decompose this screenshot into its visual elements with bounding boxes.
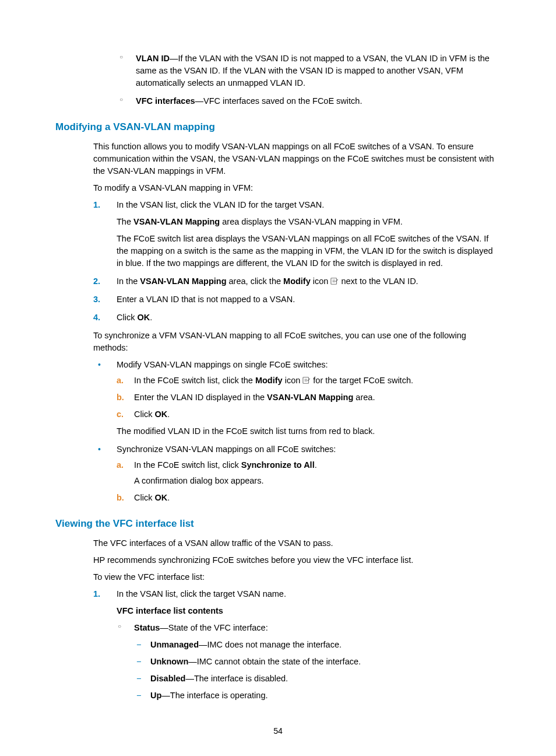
modify-icon xyxy=(330,277,339,285)
states-list: Unmanaged—IMC does not manage the interf… xyxy=(134,639,501,702)
method-all: Synchronize VSAN-VLAN mappings on all FC… xyxy=(93,443,501,504)
step-sub: The FCoE switch list area displays the V… xyxy=(117,233,501,270)
paragraph: HP recommends synchronizing FCoE switche… xyxy=(93,554,501,566)
contents-head: VFC interface list contents xyxy=(117,605,501,617)
sync-methods: Modify VSAN-VLAN mappings on single FCoE… xyxy=(93,359,501,504)
substep-a: a. In the FCoE switch list, click Synchr… xyxy=(117,459,501,487)
step-marker: 3. xyxy=(93,293,100,306)
text: —VFC interfaces saved on the FCoE switch… xyxy=(195,96,363,106)
paragraph: The VFC interfaces of a VSAN allow traff… xyxy=(93,537,501,550)
step-2: 2. In the VSAN-VLAN Mapping area, click … xyxy=(93,275,501,288)
paragraph: This function allows you to modify VSAN-… xyxy=(93,141,501,177)
substep-note: A confirmation dialog box appears. xyxy=(134,475,501,487)
step-1: 1. In the VSAN list, click the target VS… xyxy=(93,588,501,702)
method-footer: The modified VLAN ID in the FCoE switch … xyxy=(117,425,501,438)
step-sub: The VSAN-VLAN Mapping area displays the … xyxy=(117,216,501,228)
step-3: 3. Enter a VLAN ID that is not mapped to… xyxy=(93,293,501,306)
state-unknown: Unknown—IMC cannot obtain the state of t… xyxy=(134,656,501,668)
substep-a: a. In the FCoE switch list, click the Mo… xyxy=(117,374,501,387)
paragraph: To view the VFC interface list: xyxy=(93,571,501,583)
step-text: In the VSAN list, click the VLAN ID for … xyxy=(117,200,324,209)
state-up: Up—The interface is operating. xyxy=(134,690,501,702)
heading-modifying: Modifying a VSAN-VLAN mapping xyxy=(55,120,501,135)
step-4: 4. Click OK. xyxy=(93,312,501,324)
lead: Modify VSAN-VLAN mappings on single FCoE… xyxy=(117,360,328,369)
lead: Synchronize VSAN-VLAN mappings on all FC… xyxy=(117,444,336,454)
state-disabled: Disabled—The interface is disabled. xyxy=(134,673,501,685)
intro-bullets: VLAN ID—If the VLAN with the VSAN ID is … xyxy=(118,52,501,107)
bullet-vlan-id: VLAN ID—If the VLAN with the VSAN ID is … xyxy=(118,52,501,89)
step-text: Enter a VLAN ID that is not mapped to a … xyxy=(117,295,295,304)
substep-b: b. Enter the VLAN ID displayed in the VS… xyxy=(117,391,501,404)
method-all-steps: a. In the FCoE switch list, click Synchr… xyxy=(117,459,501,504)
term: VLAN ID xyxy=(136,54,170,63)
modify-steps: 1. In the VSAN list, click the VLAN ID f… xyxy=(93,199,501,324)
paragraph: To synchronize a VFM VSAN-VLAN mapping t… xyxy=(93,330,501,354)
substep-b: b. Click OK. xyxy=(117,492,501,504)
bullet-vfc-interfaces: VFC interfaces—VFC interfaces saved on t… xyxy=(118,95,501,107)
heading-viewing: Viewing the VFC interface list xyxy=(55,517,501,531)
text: —If the VLAN with the VSAN ID is not map… xyxy=(136,54,490,88)
page-number: 54 xyxy=(55,725,501,737)
paragraph: To modify a VSAN-VLAN mapping in VFM: xyxy=(93,182,501,194)
view-steps: 1. In the VSAN list, click the target VS… xyxy=(93,588,501,702)
viewing-body: The VFC interfaces of a VSAN allow traff… xyxy=(93,537,501,702)
contents-list: Status—State of the VFC interface: Unman… xyxy=(117,622,501,702)
term: VFC interfaces xyxy=(136,96,195,106)
step-text: In the VSAN list, click the target VSAN … xyxy=(117,589,286,598)
step-marker: 1. xyxy=(93,199,100,211)
step-marker: 4. xyxy=(93,312,100,324)
substep-c: c. Click OK. xyxy=(117,408,501,421)
modify-icon xyxy=(302,376,311,384)
step-marker: 1. xyxy=(93,588,100,600)
state-unmanaged: Unmanaged—IMC does not manage the interf… xyxy=(134,639,501,651)
step-1: 1. In the VSAN list, click the VLAN ID f… xyxy=(93,199,501,270)
step-marker: 2. xyxy=(93,275,100,288)
modifying-body: This function allows you to modify VSAN-… xyxy=(93,141,501,504)
page-content: VLAN ID—If the VLAN with the VSAN ID is … xyxy=(0,0,556,756)
method-single-steps: a. In the FCoE switch list, click the Mo… xyxy=(117,374,501,421)
status-item: Status—State of the VFC interface: Unman… xyxy=(117,622,501,702)
method-single: Modify VSAN-VLAN mappings on single FCoE… xyxy=(93,359,501,438)
